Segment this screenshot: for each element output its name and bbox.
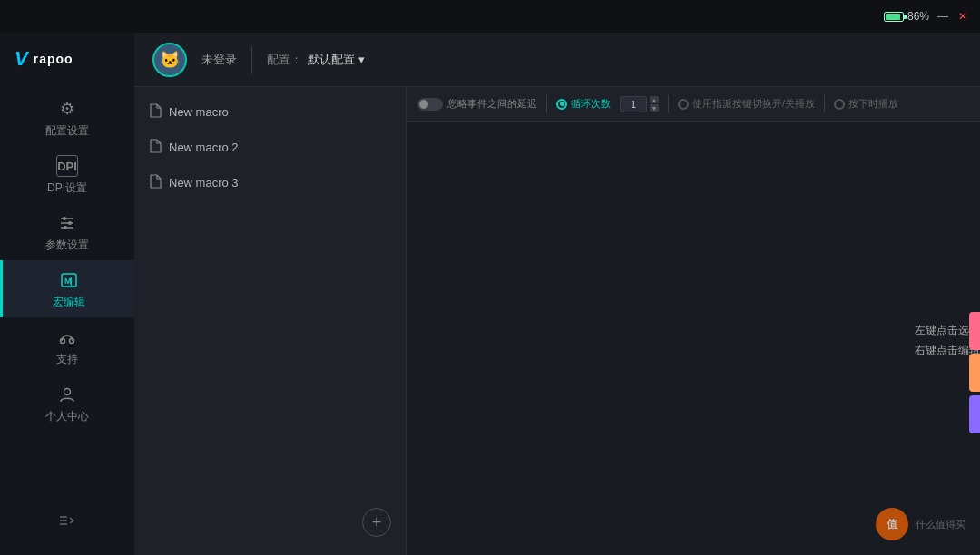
account-icon	[56, 384, 78, 405]
watermark-site: 什么值得买	[916, 518, 965, 531]
svg-point-11	[64, 389, 71, 395]
file-icon-3	[149, 174, 162, 191]
press-play-radio-dot	[834, 99, 845, 110]
sidebar-label-dpi: DPI设置	[47, 180, 87, 196]
minimize-button[interactable]: —	[936, 10, 949, 23]
header-divider	[251, 46, 252, 73]
battery-icon	[884, 12, 904, 22]
sidebar-bottom	[0, 504, 134, 555]
loop-label: 循环次数	[571, 97, 611, 111]
config-icon: ⚙	[56, 98, 78, 120]
assign-key-radio-dot	[678, 99, 689, 110]
loop-radio-dot	[556, 99, 567, 110]
macro-item-3[interactable]: New macro 3	[134, 165, 406, 200]
macro-list-panel: New macro New macro 2 New macro 3 +	[134, 87, 407, 555]
ignore-delay-label: 您略事件之间的延迟	[447, 97, 537, 111]
sidebar-item-support[interactable]: 支持	[0, 317, 134, 375]
macro-name-1: New macro	[169, 105, 229, 119]
svg-point-9	[61, 339, 65, 344]
add-macro-button[interactable]: +	[362, 508, 391, 537]
watermark-logo: 值	[876, 508, 908, 540]
assign-key-label: 使用指派按键切换开/关播放	[692, 97, 815, 111]
logo-rapoo-label: rapoo	[34, 52, 74, 66]
sidebar-item-config[interactable]: ⚙ 配置设置	[0, 89, 134, 146]
editor-panel: 您略事件之间的延迟 循环次数 ▲ ▼	[407, 87, 980, 555]
watermark-logo-text: 值	[887, 517, 897, 532]
sidebar-label-config: 配置设置	[45, 123, 89, 139]
svg-point-5	[64, 226, 67, 229]
macro-item-2[interactable]: New macro 2	[134, 130, 406, 165]
macro-name-2: New macro 2	[169, 141, 239, 154]
content-area: 🐱 未登录 配置： 默认配置 ▾ New macro	[134, 33, 980, 555]
config-prefix: 配置：	[267, 52, 302, 68]
popup-coord-button[interactable]: 坐标	[969, 395, 980, 433]
titlebar: 86% — ✕	[0, 0, 980, 33]
assign-key-radio[interactable]: 使用指派按键切换开/关播放	[678, 97, 815, 111]
toggle-switch[interactable]	[417, 98, 443, 111]
battery-percent: 86%	[907, 10, 929, 23]
popup-delay-button[interactable]: 延迟	[969, 354, 980, 392]
svg-point-3	[63, 217, 66, 220]
watermark: 值 什么值得买	[876, 508, 965, 540]
support-icon	[56, 326, 78, 348]
loop-arrows: ▲ ▼	[650, 96, 659, 112]
loop-down-arrow[interactable]: ▼	[650, 104, 659, 112]
ignore-delay-toggle[interactable]: 您略事件之间的延迟	[417, 97, 537, 111]
press-play-radio[interactable]: 按下时播放	[834, 97, 898, 111]
sidebar-item-dpi[interactable]: DPI DPI设置	[0, 146, 134, 203]
sidebar-item-macro[interactable]: M| 宏编辑	[0, 260, 134, 317]
config-name-label: 默认配置	[308, 52, 355, 68]
loop-count-radio[interactable]: 循环次数	[556, 97, 611, 111]
close-button[interactable]: ✕	[956, 10, 969, 23]
logo-v-icon: V	[15, 47, 28, 71]
params-icon	[56, 212, 78, 234]
svg-point-4	[68, 221, 72, 225]
toolbar-divider-3	[824, 95, 825, 113]
press-play-label: 按下时播放	[848, 97, 898, 111]
login-label: 未登录	[201, 52, 237, 68]
avatar-emoji: 🐱	[160, 50, 180, 70]
header: 🐱 未登录 配置： 默认配置 ▾	[134, 33, 980, 87]
sidebar-label-account: 个人中心	[45, 409, 89, 424]
app-container: V rapoo ⚙ 配置设置 DPI DPI设置 参数设置 M| 宏编辑	[0, 33, 980, 555]
header-config: 配置： 默认配置 ▾	[267, 52, 365, 68]
dropdown-icon: ▾	[358, 53, 365, 66]
svg-text:|: |	[70, 277, 73, 286]
svg-point-10	[70, 339, 74, 344]
sidebar-item-params[interactable]: 参数设置	[0, 203, 134, 260]
macro-item-1[interactable]: New macro	[134, 94, 406, 130]
battery-indicator: 86%	[884, 10, 929, 23]
dpi-icon: DPI	[56, 155, 78, 177]
sidebar-label-macro: 宏编辑	[53, 295, 85, 310]
context-menu-popup: 按键 延迟 坐标	[969, 312, 980, 433]
logo-area: V rapoo	[0, 47, 74, 71]
popup-key-button[interactable]: 按键	[969, 312, 980, 350]
macro-icon: M|	[58, 269, 80, 291]
loop-up-arrow[interactable]: ▲	[650, 96, 659, 103]
editor-toolbar: 您略事件之间的延迟 循环次数 ▲ ▼	[407, 87, 980, 122]
config-dropdown-button[interactable]: 默认配置 ▾	[308, 52, 365, 68]
file-icon-2	[149, 139, 162, 156]
toolbar-divider-1	[546, 95, 547, 113]
loop-number-input[interactable]: ▲ ▼	[620, 96, 659, 112]
file-icon-1	[149, 103, 162, 121]
sidebar: V rapoo ⚙ 配置设置 DPI DPI设置 参数设置 M| 宏编辑	[0, 33, 134, 555]
sidebar-label-support: 支持	[56, 352, 78, 367]
avatar[interactable]: 🐱	[152, 43, 187, 77]
editor-canvas: 左键点击选中 右键点击编辑 按键 延迟 坐标 添加· 修改	[407, 122, 980, 555]
sidebar-item-account[interactable]: 个人中心	[0, 375, 134, 432]
collapse-button[interactable]	[51, 504, 83, 540]
macro-list-footer: +	[134, 497, 406, 548]
main-area: New macro New macro 2 New macro 3 +	[134, 87, 980, 555]
loop-value-input[interactable]	[620, 96, 647, 112]
toolbar-divider-2	[668, 95, 669, 113]
sidebar-label-params: 参数设置	[45, 238, 89, 253]
toggle-knob	[419, 100, 428, 109]
macro-name-3: New macro 3	[169, 176, 239, 190]
